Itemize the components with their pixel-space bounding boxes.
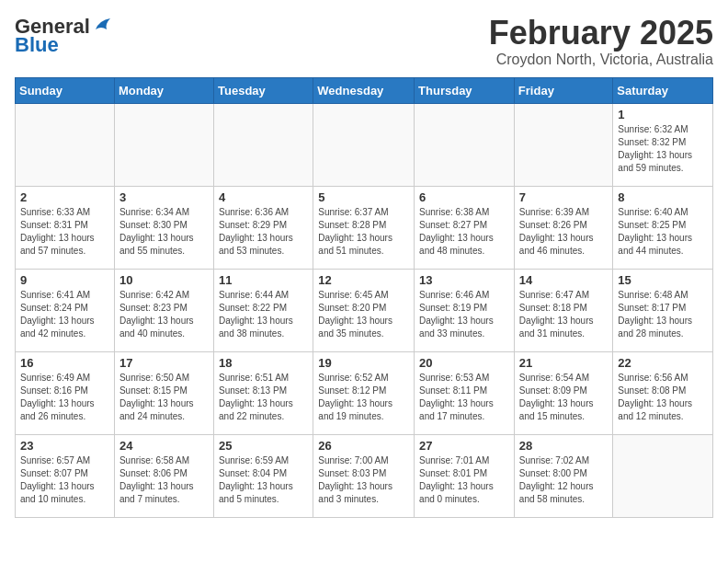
calendar-header-friday: Friday bbox=[514, 77, 613, 103]
week-row-3: 9Sunrise: 6:41 AM Sunset: 8:24 PM Daylig… bbox=[16, 269, 713, 351]
day-number: 23 bbox=[20, 439, 109, 453]
day-number: 4 bbox=[219, 190, 308, 204]
week-row-5: 23Sunrise: 6:57 AM Sunset: 8:07 PM Dayli… bbox=[16, 434, 713, 517]
day-info: Sunrise: 6:39 AM Sunset: 8:26 PM Dayligh… bbox=[519, 206, 609, 258]
calendar-cell bbox=[114, 103, 213, 186]
day-number: 27 bbox=[419, 439, 509, 453]
day-info: Sunrise: 6:52 AM Sunset: 8:12 PM Dayligh… bbox=[318, 372, 409, 423]
calendar-header-thursday: Thursday bbox=[415, 77, 515, 103]
logo-bird-icon bbox=[92, 17, 112, 33]
calendar-cell: 5Sunrise: 6:37 AM Sunset: 8:28 PM Daylig… bbox=[313, 186, 415, 269]
day-info: Sunrise: 6:57 AM Sunset: 8:07 PM Dayligh… bbox=[20, 454, 109, 506]
calendar-cell: 24Sunrise: 6:58 AM Sunset: 8:06 PM Dayli… bbox=[114, 434, 213, 517]
calendar-cell: 6Sunrise: 6:38 AM Sunset: 8:27 PM Daylig… bbox=[415, 186, 515, 269]
calendar-cell: 20Sunrise: 6:53 AM Sunset: 8:11 PM Dayli… bbox=[415, 351, 515, 434]
calendar-cell: 8Sunrise: 6:40 AM Sunset: 8:25 PM Daylig… bbox=[613, 186, 713, 269]
calendar-cell: 9Sunrise: 6:41 AM Sunset: 8:24 PM Daylig… bbox=[16, 269, 115, 351]
day-number: 14 bbox=[519, 273, 609, 287]
day-number: 28 bbox=[519, 439, 609, 453]
day-info: Sunrise: 6:48 AM Sunset: 8:17 PM Dayligh… bbox=[618, 289, 708, 340]
day-info: Sunrise: 6:56 AM Sunset: 8:08 PM Dayligh… bbox=[618, 372, 708, 423]
day-number: 3 bbox=[119, 190, 209, 204]
day-number: 22 bbox=[618, 356, 708, 370]
calendar-cell: 22Sunrise: 6:56 AM Sunset: 8:08 PM Dayli… bbox=[613, 351, 713, 434]
calendar-header-sunday: Sunday bbox=[16, 77, 115, 103]
calendar-cell: 11Sunrise: 6:44 AM Sunset: 8:22 PM Dayli… bbox=[214, 269, 313, 351]
day-info: Sunrise: 6:46 AM Sunset: 8:19 PM Dayligh… bbox=[419, 289, 509, 340]
location-title: Croydon North, Victoria, Australia bbox=[489, 52, 713, 68]
month-title: February 2025 bbox=[489, 15, 713, 52]
calendar-header-row: SundayMondayTuesdayWednesdayThursdayFrid… bbox=[16, 77, 713, 103]
day-info: Sunrise: 6:34 AM Sunset: 8:30 PM Dayligh… bbox=[119, 206, 209, 258]
calendar-header-tuesday: Tuesday bbox=[214, 77, 313, 103]
day-number: 12 bbox=[318, 273, 409, 287]
day-info: Sunrise: 6:41 AM Sunset: 8:24 PM Dayligh… bbox=[20, 289, 109, 340]
calendar-cell: 23Sunrise: 6:57 AM Sunset: 8:07 PM Dayli… bbox=[16, 434, 115, 517]
day-number: 16 bbox=[20, 356, 109, 370]
day-number: 11 bbox=[219, 273, 308, 287]
day-info: Sunrise: 7:00 AM Sunset: 8:03 PM Dayligh… bbox=[318, 454, 409, 506]
day-number: 25 bbox=[219, 439, 308, 453]
calendar-cell bbox=[613, 434, 713, 517]
day-info: Sunrise: 6:51 AM Sunset: 8:13 PM Dayligh… bbox=[219, 372, 308, 423]
calendar-cell: 21Sunrise: 6:54 AM Sunset: 8:09 PM Dayli… bbox=[514, 351, 613, 434]
calendar-header-monday: Monday bbox=[114, 77, 213, 103]
calendar-table: SundayMondayTuesdayWednesdayThursdayFrid… bbox=[15, 77, 713, 518]
logo-blue-text: Blue bbox=[15, 33, 59, 57]
page-header: General Blue February 2025 Croydon North… bbox=[15, 15, 713, 68]
day-info: Sunrise: 7:02 AM Sunset: 8:00 PM Dayligh… bbox=[519, 454, 609, 506]
day-number: 5 bbox=[318, 190, 409, 204]
day-info: Sunrise: 6:38 AM Sunset: 8:27 PM Dayligh… bbox=[419, 206, 509, 258]
day-number: 26 bbox=[318, 439, 409, 453]
day-number: 15 bbox=[618, 273, 708, 287]
calendar-cell: 1Sunrise: 6:32 AM Sunset: 8:32 PM Daylig… bbox=[613, 103, 713, 186]
calendar-cell: 3Sunrise: 6:34 AM Sunset: 8:30 PM Daylig… bbox=[114, 186, 213, 269]
day-number: 18 bbox=[219, 356, 308, 370]
day-info: Sunrise: 6:53 AM Sunset: 8:11 PM Dayligh… bbox=[419, 372, 509, 423]
day-info: Sunrise: 6:54 AM Sunset: 8:09 PM Dayligh… bbox=[519, 372, 609, 423]
day-info: Sunrise: 6:40 AM Sunset: 8:25 PM Dayligh… bbox=[618, 206, 708, 258]
day-number: 9 bbox=[20, 273, 109, 287]
day-info: Sunrise: 6:47 AM Sunset: 8:18 PM Dayligh… bbox=[519, 289, 609, 340]
calendar-cell bbox=[16, 103, 115, 186]
calendar-cell: 10Sunrise: 6:42 AM Sunset: 8:23 PM Dayli… bbox=[114, 269, 213, 351]
calendar-cell: 25Sunrise: 6:59 AM Sunset: 8:04 PM Dayli… bbox=[214, 434, 313, 517]
week-row-2: 2Sunrise: 6:33 AM Sunset: 8:31 PM Daylig… bbox=[16, 186, 713, 269]
day-number: 21 bbox=[519, 356, 609, 370]
week-row-1: 1Sunrise: 6:32 AM Sunset: 8:32 PM Daylig… bbox=[16, 103, 713, 186]
calendar-cell bbox=[214, 103, 313, 186]
day-number: 2 bbox=[20, 190, 109, 204]
calendar-cell: 17Sunrise: 6:50 AM Sunset: 8:15 PM Dayli… bbox=[114, 351, 213, 434]
calendar-cell: 19Sunrise: 6:52 AM Sunset: 8:12 PM Dayli… bbox=[313, 351, 415, 434]
week-row-4: 16Sunrise: 6:49 AM Sunset: 8:16 PM Dayli… bbox=[16, 351, 713, 434]
day-number: 13 bbox=[419, 273, 509, 287]
calendar-cell: 16Sunrise: 6:49 AM Sunset: 8:16 PM Dayli… bbox=[16, 351, 115, 434]
calendar-header-wednesday: Wednesday bbox=[313, 77, 415, 103]
day-number: 17 bbox=[119, 356, 209, 370]
day-number: 6 bbox=[419, 190, 509, 204]
day-number: 8 bbox=[618, 190, 708, 204]
calendar-cell bbox=[514, 103, 613, 186]
day-info: Sunrise: 6:49 AM Sunset: 8:16 PM Dayligh… bbox=[20, 372, 109, 423]
calendar-cell: 12Sunrise: 6:45 AM Sunset: 8:20 PM Dayli… bbox=[313, 269, 415, 351]
calendar-cell: 13Sunrise: 6:46 AM Sunset: 8:19 PM Dayli… bbox=[415, 269, 515, 351]
calendar-cell: 26Sunrise: 7:00 AM Sunset: 8:03 PM Dayli… bbox=[313, 434, 415, 517]
day-info: Sunrise: 6:33 AM Sunset: 8:31 PM Dayligh… bbox=[20, 206, 109, 258]
day-info: Sunrise: 6:32 AM Sunset: 8:32 PM Dayligh… bbox=[618, 123, 708, 175]
logo: General Blue bbox=[15, 15, 112, 57]
calendar-cell: 27Sunrise: 7:01 AM Sunset: 8:01 PM Dayli… bbox=[415, 434, 515, 517]
day-info: Sunrise: 6:44 AM Sunset: 8:22 PM Dayligh… bbox=[219, 289, 308, 340]
day-number: 7 bbox=[519, 190, 609, 204]
day-info: Sunrise: 6:58 AM Sunset: 8:06 PM Dayligh… bbox=[119, 454, 209, 506]
day-number: 19 bbox=[318, 356, 409, 370]
calendar-cell: 2Sunrise: 6:33 AM Sunset: 8:31 PM Daylig… bbox=[16, 186, 115, 269]
day-info: Sunrise: 6:59 AM Sunset: 8:04 PM Dayligh… bbox=[219, 454, 308, 506]
calendar-cell: 7Sunrise: 6:39 AM Sunset: 8:26 PM Daylig… bbox=[514, 186, 613, 269]
calendar-cell bbox=[415, 103, 515, 186]
calendar-cell: 18Sunrise: 6:51 AM Sunset: 8:13 PM Dayli… bbox=[214, 351, 313, 434]
day-info: Sunrise: 6:50 AM Sunset: 8:15 PM Dayligh… bbox=[119, 372, 209, 423]
calendar-header-saturday: Saturday bbox=[613, 77, 713, 103]
day-info: Sunrise: 7:01 AM Sunset: 8:01 PM Dayligh… bbox=[419, 454, 509, 506]
calendar-cell: 15Sunrise: 6:48 AM Sunset: 8:17 PM Dayli… bbox=[613, 269, 713, 351]
calendar-cell: 14Sunrise: 6:47 AM Sunset: 8:18 PM Dayli… bbox=[514, 269, 613, 351]
